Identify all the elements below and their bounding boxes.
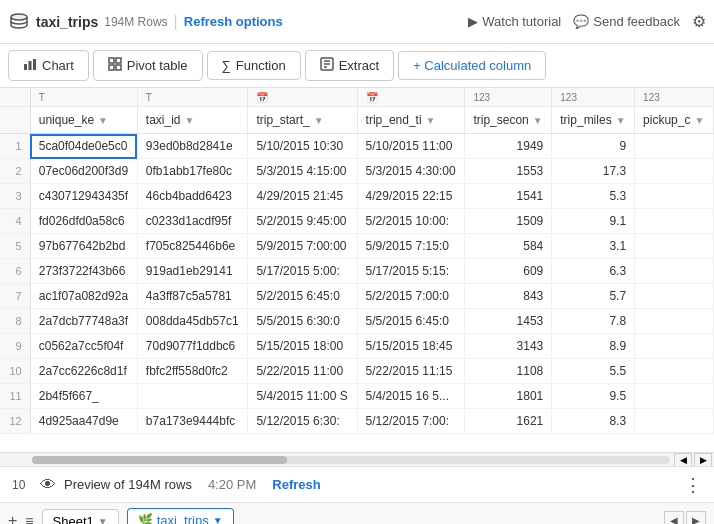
- table-cell[interactable]: 5/3/2015 4:30:00: [357, 159, 465, 184]
- table-cell[interactable]: 7.8: [552, 309, 635, 334]
- table-cell[interactable]: 584: [465, 234, 552, 259]
- table-cell[interactable]: 4/29/2015 21:45: [248, 184, 357, 209]
- table-cell[interactable]: 5/10/2015 11:00: [357, 134, 465, 159]
- table-row[interactable]: 6273f3722f43b66919ad1eb291415/17/2015 5:…: [0, 259, 714, 284]
- preview-more-button[interactable]: ⋮: [684, 474, 702, 496]
- add-sheet-button[interactable]: +: [8, 512, 17, 525]
- h-scroll-track[interactable]: [32, 456, 670, 464]
- table-cell[interactable]: 5/5/2015 6:45:0: [357, 309, 465, 334]
- filter-icon-trip-miles[interactable]: ▼: [616, 115, 626, 126]
- table-cell[interactable]: [635, 309, 714, 334]
- table-cell[interactable]: 609: [465, 259, 552, 284]
- filter-icon-trip-end[interactable]: ▼: [426, 115, 436, 126]
- table-cell[interactable]: fbfc2ff558d0fc2: [137, 359, 248, 384]
- table-cell[interactable]: 5/15/2015 18:00: [248, 334, 357, 359]
- table-cell[interactable]: 9.1: [552, 209, 635, 234]
- table-row[interactable]: 4fd026dfd0a58c6c0233d1acdf95f5/2/2015 9:…: [0, 209, 714, 234]
- table-row[interactable]: 112b4f5f667_5/4/2015 11:00 S5/4/2015 16 …: [0, 384, 714, 409]
- table-cell[interactable]: 919ad1eb29141: [137, 259, 248, 284]
- table-cell[interactable]: 1541: [465, 184, 552, 209]
- table-cell[interactable]: ac1f07a082d92a: [30, 284, 137, 309]
- filter-icon-unique-key[interactable]: ▼: [98, 115, 108, 126]
- table-cell[interactable]: 9.5: [552, 384, 635, 409]
- preview-refresh-button[interactable]: Refresh: [272, 477, 320, 492]
- col-header-trip-sec[interactable]: trip_secon ▼: [465, 107, 552, 134]
- table-row[interactable]: 207ec06d200f3d90fb1abb17fe80c5/3/2015 4:…: [0, 159, 714, 184]
- table-cell[interactable]: [635, 234, 714, 259]
- filter-icon-pickup[interactable]: ▼: [694, 115, 704, 126]
- table-cell[interactable]: 5/9/2015 7:00:00: [248, 234, 357, 259]
- pivot-table-tab-button[interactable]: Pivot table: [93, 50, 203, 81]
- table-cell[interactable]: 4a3ff87c5a5781: [137, 284, 248, 309]
- table-cell[interactable]: [635, 384, 714, 409]
- table-cell[interactable]: [635, 209, 714, 234]
- table-cell[interactable]: 5/17/2015 5:15:: [357, 259, 465, 284]
- table-cell[interactable]: 5/10/2015 10:30: [248, 134, 357, 159]
- table-cell[interactable]: 5.3: [552, 184, 635, 209]
- filter-icon-trip-start[interactable]: ▼: [314, 115, 324, 126]
- settings-button[interactable]: ⚙: [692, 12, 706, 31]
- col-header-trip-end[interactable]: trip_end_ti ▼: [357, 107, 465, 134]
- table-cell[interactable]: 5ca0f04de0e5c0: [30, 134, 137, 159]
- table-cell[interactable]: 1801: [465, 384, 552, 409]
- col-header-trip-start[interactable]: trip_start_ ▼: [248, 107, 357, 134]
- extract-tab-button[interactable]: Extract: [305, 50, 394, 81]
- table-cell[interactable]: 5/2/2015 10:00:: [357, 209, 465, 234]
- table-cell[interactable]: 70d9077f1ddbc6: [137, 334, 248, 359]
- table-cell[interactable]: 2b4f5f667_: [30, 384, 137, 409]
- refresh-options-button[interactable]: Refresh options: [184, 14, 283, 29]
- table-cell[interactable]: 46cb4badd6423: [137, 184, 248, 209]
- table-cell[interactable]: c430712943435f: [30, 184, 137, 209]
- table-cell[interactable]: 6.3: [552, 259, 635, 284]
- table-row[interactable]: 3c430712943435f46cb4badd64234/29/2015 21…: [0, 184, 714, 209]
- table-cell[interactable]: f705c825446b6e: [137, 234, 248, 259]
- watch-tutorial-button[interactable]: ▶ Watch tutorial: [468, 14, 561, 29]
- table-cell[interactable]: 5/2/2015 9:45:00: [248, 209, 357, 234]
- table-cell[interactable]: 1949: [465, 134, 552, 159]
- table-cell[interactable]: 4d925aa47d9e: [30, 409, 137, 434]
- table-cell[interactable]: 5/9/2015 7:15:0: [357, 234, 465, 259]
- scroll-left-button[interactable]: ◀: [674, 453, 692, 467]
- table-cell[interactable]: 5/5/2015 6:30:0: [248, 309, 357, 334]
- table-cell[interactable]: 5/17/2015 5:00:: [248, 259, 357, 284]
- table-cell[interactable]: 97b677642b2bd: [30, 234, 137, 259]
- table-cell[interactable]: 07ec06d200f3d9: [30, 159, 137, 184]
- calc-column-tab-button[interactable]: + Calculated column: [398, 51, 546, 80]
- table-cell[interactable]: 5/22/2015 11:00: [248, 359, 357, 384]
- table-cell[interactable]: [635, 184, 714, 209]
- table-cell[interactable]: 5/2/2015 6:45:0: [248, 284, 357, 309]
- table-cell[interactable]: fd026dfd0a58c6: [30, 209, 137, 234]
- function-tab-button[interactable]: ∑ Function: [207, 51, 301, 80]
- table-cell[interactable]: [635, 284, 714, 309]
- table-cell[interactable]: [635, 134, 714, 159]
- table-cell[interactable]: 4/29/2015 22:15: [357, 184, 465, 209]
- table-cell[interactable]: c0233d1acdf95f: [137, 209, 248, 234]
- table-cell[interactable]: 9: [552, 134, 635, 159]
- table-cell[interactable]: [635, 359, 714, 384]
- table-cell[interactable]: 5/2/2015 7:00:0: [357, 284, 465, 309]
- table-cell[interactable]: [635, 334, 714, 359]
- table-cell[interactable]: 1509: [465, 209, 552, 234]
- table-cell[interactable]: 8.9: [552, 334, 635, 359]
- table-cell[interactable]: 5/4/2015 11:00 S: [248, 384, 357, 409]
- horizontal-scrollbar[interactable]: ◀ ▶: [0, 452, 714, 466]
- table-row[interactable]: 15ca0f04de0e5c093ed0b8d2841e5/10/2015 10…: [0, 134, 714, 159]
- sheet-scroll-left-button[interactable]: ◀: [664, 511, 684, 525]
- col-header-taxi-id[interactable]: taxi_id ▼: [137, 107, 248, 134]
- table-cell[interactable]: 843: [465, 284, 552, 309]
- sheet-list-button[interactable]: ≡: [25, 513, 33, 525]
- table-cell[interactable]: 5.5: [552, 359, 635, 384]
- table-cell[interactable]: 93ed0b8d2841e: [137, 134, 248, 159]
- table-cell[interactable]: b7a173e9444bfc: [137, 409, 248, 434]
- table-cell[interactable]: 1553: [465, 159, 552, 184]
- table-cell[interactable]: [635, 159, 714, 184]
- table-cell[interactable]: 5/12/2015 6:30:: [248, 409, 357, 434]
- table-cell[interactable]: 0fb1abb17fe80c: [137, 159, 248, 184]
- table-row[interactable]: 102a7cc6226c8d1ffbfc2ff558d0fc25/22/2015…: [0, 359, 714, 384]
- table-cell[interactable]: 5.7: [552, 284, 635, 309]
- table-cell[interactable]: 3.1: [552, 234, 635, 259]
- filter-icon-taxi-id[interactable]: ▼: [185, 115, 195, 126]
- table-row[interactable]: 82a7dcb77748a3f008dda45db57c15/5/2015 6:…: [0, 309, 714, 334]
- scroll-right-button[interactable]: ▶: [694, 453, 712, 467]
- send-feedback-button[interactable]: 💬 Send feedback: [573, 14, 680, 29]
